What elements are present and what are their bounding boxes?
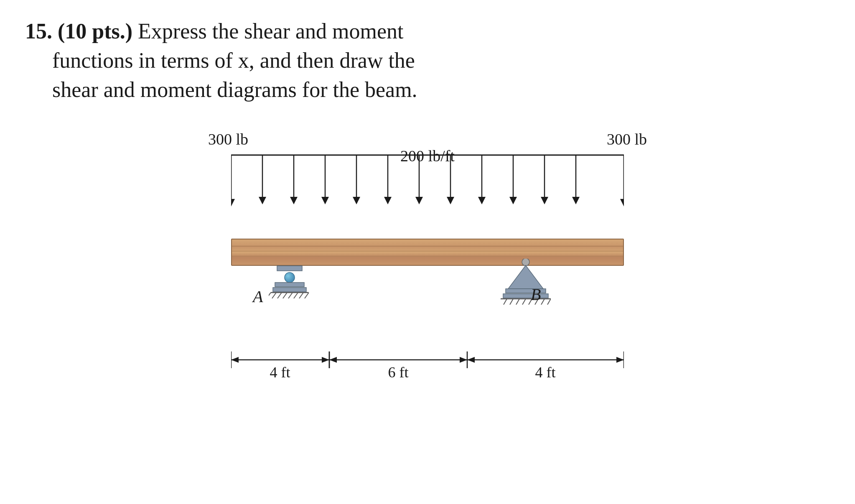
load-right-label: 300 lb <box>607 130 647 148</box>
svg-marker-10 <box>353 197 360 204</box>
svg-line-53 <box>547 299 551 305</box>
svg-line-48 <box>516 299 519 305</box>
problem-text: 15. (10 pts.) Express the shear and mome… <box>25 17 819 105</box>
svg-marker-16 <box>447 197 454 204</box>
distributed-load-svg <box>231 153 624 207</box>
beam <box>231 239 624 266</box>
svg-marker-4 <box>259 197 266 204</box>
svg-line-47 <box>510 299 513 305</box>
svg-marker-2 <box>231 199 235 206</box>
svg-marker-63 <box>329 357 337 363</box>
svg-marker-20 <box>509 197 517 204</box>
svg-line-33 <box>272 293 276 298</box>
load-left-label: 300 lb <box>208 130 248 148</box>
main-container: 15. (10 pts.) Express the shear and mome… <box>0 0 855 504</box>
support-b: B <box>501 259 551 306</box>
svg-line-35 <box>283 293 287 298</box>
svg-marker-14 <box>415 197 423 204</box>
svg-marker-8 <box>321 197 329 204</box>
svg-marker-6 <box>290 197 298 204</box>
svg-marker-24 <box>572 197 580 204</box>
svg-marker-22 <box>541 197 548 204</box>
svg-text:6 ft: 6 ft <box>388 364 409 381</box>
problem-points: (10 pts.) <box>58 19 132 43</box>
problem-line2: functions in terms of x, and then draw t… <box>52 48 415 72</box>
svg-line-37 <box>294 293 298 298</box>
problem-line3: shear and moment diagrams for the beam. <box>52 78 417 102</box>
problem-number: 15. <box>25 19 52 43</box>
svg-marker-66 <box>467 357 475 363</box>
svg-marker-12 <box>384 197 392 204</box>
svg-line-49 <box>522 299 526 305</box>
problem-line1: Express the shear and moment <box>138 19 403 43</box>
svg-marker-26 <box>620 199 624 206</box>
support-a-label: A <box>253 287 263 306</box>
svg-marker-18 <box>478 197 486 204</box>
svg-text:4 ft: 4 ft <box>270 364 290 381</box>
svg-line-32 <box>269 293 271 298</box>
svg-rect-43 <box>503 294 548 298</box>
svg-marker-60 <box>231 357 239 363</box>
svg-rect-29 <box>275 283 304 287</box>
svg-marker-67 <box>616 357 624 363</box>
svg-text:4 ft: 4 ft <box>535 364 556 381</box>
svg-marker-64 <box>460 357 467 363</box>
svg-point-28 <box>285 272 295 283</box>
svg-rect-30 <box>273 288 306 292</box>
svg-line-36 <box>288 293 293 298</box>
svg-point-40 <box>522 259 529 266</box>
svg-rect-27 <box>277 266 302 271</box>
support-a: A <box>269 265 310 308</box>
svg-line-52 <box>541 299 545 305</box>
svg-marker-61 <box>322 357 329 363</box>
svg-line-34 <box>277 293 282 298</box>
svg-line-39 <box>305 293 309 298</box>
dimension-lines-svg: 4 ft 6 ft 4 ft <box>231 347 624 381</box>
svg-line-46 <box>504 299 507 305</box>
beam-diagram: 300 lb 300 lb 200 lb/ft <box>208 130 647 389</box>
support-b-label: B <box>531 285 541 304</box>
svg-line-38 <box>299 293 303 298</box>
